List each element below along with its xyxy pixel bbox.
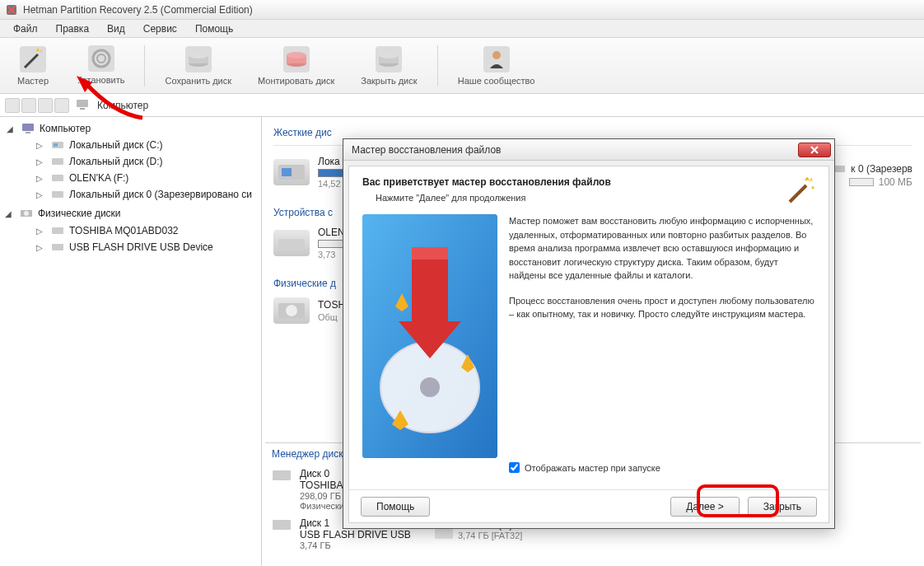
expand-icon[interactable]: ▷ <box>36 174 46 183</box>
tree-phys-toshiba[interactable]: ▷ TOSHIBA MQ01ABD032 <box>0 222 261 239</box>
close-disk-label: Закрыть диск <box>361 76 417 86</box>
reserved-label: к 0 (Зарезерв <box>851 163 912 175</box>
svg-point-14 <box>492 51 501 59</box>
breadcrumb-text[interactable]: Компьютер <box>96 100 148 111</box>
menu-service[interactable]: Сервис <box>135 21 185 36</box>
next-button[interactable]: Далее > <box>670 497 740 517</box>
titlebar: Hetman Partition Recovery 2.5 (Commercia… <box>0 0 924 20</box>
toolbar-separator <box>144 45 145 87</box>
hdd-icon <box>272 468 292 483</box>
disk-model: USB FLASH DRIVE USB <box>300 529 423 540</box>
svg-rect-16 <box>80 108 85 110</box>
wizard-button[interactable]: Мастер <box>8 43 58 89</box>
svg-rect-20 <box>54 143 58 147</box>
close-disk-button[interactable]: Закрыть диск <box>354 43 423 89</box>
reserved-size: 100 МБ <box>879 176 912 188</box>
drive-name: TOSH <box>318 299 345 311</box>
svg-marker-39 <box>811 185 814 189</box>
svg-rect-30 <box>278 239 305 249</box>
tree-label: Локальный диск 0 (Зарезервировано си <box>69 189 252 200</box>
sidebar: ◢ Компьютер ▷ Локальный диск (C:) ▷ Лока… <box>0 117 262 566</box>
dialog-header: Вас приветствует мастер восстановления ф… <box>349 166 828 214</box>
svg-rect-29 <box>282 168 292 176</box>
nav-up-icon[interactable] <box>38 98 53 113</box>
nav-fwd-icon[interactable] <box>21 98 36 113</box>
dialog-para1: Мастер поможет вам восстановить любую ин… <box>509 214 815 283</box>
breadcrumb-bar: Компьютер <box>0 94 924 117</box>
tree-phys-header: ◢ Физические диски <box>0 203 261 222</box>
toolbar-separator <box>437 45 438 87</box>
drive-info: TOSH Общ <box>318 299 345 322</box>
help-button[interactable]: Помощь <box>361 497 430 517</box>
drive-icon <box>273 159 310 185</box>
toolbar: Мастер ⵆстановить Сохранить диск Монтиро… <box>0 38 924 94</box>
svg-point-10 <box>287 52 306 58</box>
disk-size: 298,09 ГБ <box>300 491 341 501</box>
drive-icon <box>51 156 64 167</box>
window-title: Hetman Partition Recovery 2.5 (Commercia… <box>23 4 253 16</box>
menu-edit[interactable]: Правка <box>48 21 98 36</box>
drive-icon <box>51 172 64 184</box>
tree-drive-d[interactable]: ▷ Локальный диск (D:) <box>0 153 261 170</box>
wand-icon <box>786 176 815 206</box>
expand-icon[interactable]: ◢ <box>7 124 16 133</box>
tree-drive-reserved[interactable]: ▷ Локальный диск 0 (Зарезервировано си <box>0 186 261 203</box>
wizard-label: Мастер <box>17 76 49 86</box>
disk-size: 3,74 ГБ <box>300 540 331 550</box>
dialog-heading: Вас приветствует мастер восстановления ф… <box>362 176 786 188</box>
expand-icon[interactable]: ▷ <box>36 141 46 150</box>
checkbox-input[interactable] <box>509 462 520 473</box>
svg-point-13 <box>379 52 399 58</box>
dialog-titlebar[interactable]: Мастер восстановления файлов <box>343 139 834 161</box>
expand-icon[interactable]: ▷ <box>36 227 46 236</box>
dialog-subheading: Нажмите "Далее" для продолжения <box>362 193 786 203</box>
dialog-button-bar: Помощь Далее > Закрыть <box>349 489 828 522</box>
drive-type: Общ <box>318 312 345 322</box>
dialog-content: Мастер поможет вам восстановить любую ин… <box>349 214 828 489</box>
dialog-text: Мастер поможет вам восстановить любую ин… <box>509 214 815 481</box>
mount-disk-button[interactable]: Монтировать диск <box>251 43 341 89</box>
tree-label: Локальный диск (D:) <box>69 156 163 167</box>
computer-icon <box>21 123 35 134</box>
dialog-body: Вас приветствует мастер восстановления ф… <box>348 166 829 523</box>
menu-view[interactable]: Вид <box>99 21 133 36</box>
svg-point-7 <box>189 52 208 58</box>
expand-icon[interactable]: ◢ <box>5 209 15 218</box>
partition-detail: 3,74 ГБ [FAT32] <box>458 531 522 540</box>
svg-marker-1 <box>40 49 43 53</box>
nav-icons <box>5 98 69 113</box>
refresh-icon <box>88 45 114 72</box>
drive-icon <box>51 189 64 200</box>
svg-rect-23 <box>52 191 63 198</box>
tree-drive-c[interactable]: ▷ Локальный диск (C:) <box>0 137 261 153</box>
svg-rect-21 <box>52 158 63 165</box>
tree-phys-usb[interactable]: ▷ USB FLASH DRIVE USB Device <box>0 239 261 255</box>
svg-rect-35 <box>273 520 291 530</box>
tree-drive-f[interactable]: ▷ OLEN'KA (F:) <box>0 170 261 186</box>
svg-point-4 <box>97 54 105 63</box>
community-button[interactable]: Наше сообщество <box>451 43 542 89</box>
show-on-startup-checkbox[interactable]: Отображать мастер при запуске <box>509 455 815 482</box>
svg-rect-22 <box>52 175 63 181</box>
nav-refresh-icon[interactable] <box>54 98 69 113</box>
svg-rect-26 <box>52 227 63 234</box>
tree-label: USB FLASH DRIVE USB Device <box>69 241 213 253</box>
hdd-icon <box>51 225 64 236</box>
nav-back-icon[interactable] <box>5 98 20 113</box>
restore-button[interactable]: ⵆстановить <box>71 42 131 89</box>
phys-disk-icon <box>20 208 33 219</box>
mount-disk-label: Монтировать диск <box>258 76 334 86</box>
menu-help[interactable]: Помощь <box>187 21 241 36</box>
expand-icon[interactable]: ▷ <box>36 157 46 166</box>
drive-icon <box>273 230 310 256</box>
usb-icon <box>51 241 64 253</box>
save-disk-button[interactable]: Сохранить диск <box>158 43 238 89</box>
close-button[interactable] <box>798 143 831 157</box>
svg-rect-34 <box>273 470 291 480</box>
menu-file[interactable]: Файл <box>5 21 46 36</box>
close-button[interactable]: Закрыть <box>748 497 817 517</box>
tree-label: Компьютер <box>40 123 91 134</box>
expand-icon[interactable]: ▷ <box>36 190 46 199</box>
tree-root-computer[interactable]: ◢ Компьютер <box>0 120 261 137</box>
expand-icon[interactable]: ▷ <box>36 243 46 252</box>
